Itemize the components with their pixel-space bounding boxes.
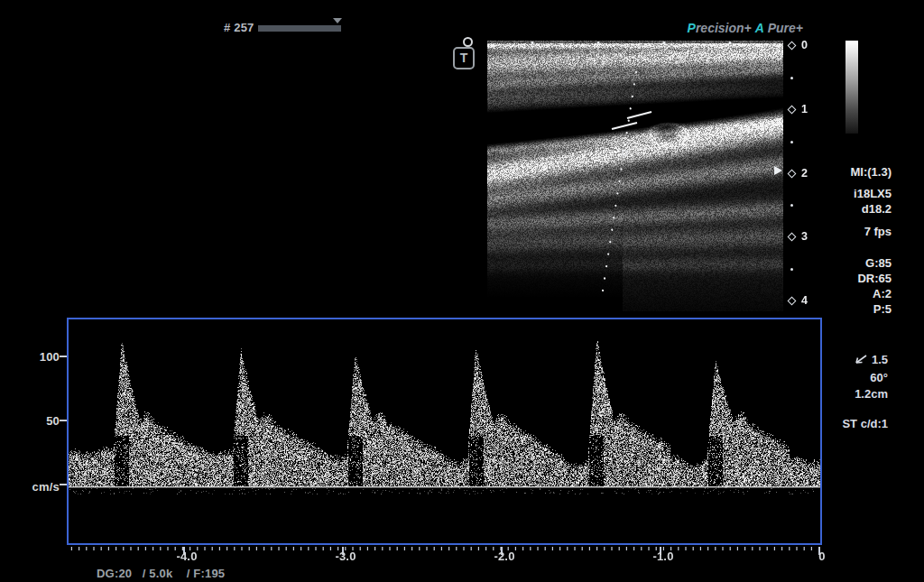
depth-value: d18.2 xyxy=(851,202,892,217)
scale-value: 1.5 xyxy=(872,353,888,366)
scrubber-handle-icon[interactable] xyxy=(333,18,342,23)
dynamic-range-value: DR:65 xyxy=(857,271,892,286)
depth-label-2: 2 xyxy=(801,167,819,180)
grayscale-bar xyxy=(845,41,858,134)
a-value: A:2 xyxy=(857,286,892,301)
lateral-scale-dot xyxy=(663,42,666,44)
doppler-cursor-line[interactable] xyxy=(601,48,640,302)
logo-a-accent: A xyxy=(755,21,764,35)
velocity-tick xyxy=(60,420,67,421)
image-info-block: MI:(1.3) i18LX5 d18.2 7 fps xyxy=(851,165,892,239)
depth-halfmark-dot xyxy=(790,268,793,271)
depth-label-1: 1 xyxy=(801,103,819,115)
depth-mark-icon xyxy=(788,233,797,242)
depth-label-0: 0 xyxy=(801,39,819,51)
velocity-tick xyxy=(60,484,67,485)
logo-precision-plus: + xyxy=(744,21,752,35)
depth-label-3: 3 xyxy=(801,230,819,243)
focus-marker-icon[interactable] xyxy=(774,166,782,175)
xlabel-m3: -3.0 xyxy=(319,550,373,563)
depth-halfmark-dot xyxy=(790,77,793,79)
mi-value: MI:(1.3) xyxy=(851,165,892,180)
sample-gate-upper[interactable] xyxy=(627,112,651,118)
p-value: P:5 xyxy=(857,301,892,317)
depth-mark-icon xyxy=(788,170,797,179)
xlabel-m2: -2.0 xyxy=(477,550,531,563)
doppler-params-block: 1.5 60° 1.2cm xyxy=(854,352,888,402)
brand-logo: Precision+ A Pure+ xyxy=(688,21,803,35)
xlabel-m4: -4.0 xyxy=(160,550,214,563)
lateral-scale-dot xyxy=(729,42,732,44)
sample-gate-lower[interactable] xyxy=(612,123,637,129)
logo-pure-plus: + xyxy=(796,21,803,35)
depth-mark-icon xyxy=(788,297,797,306)
lateral-scale-dot xyxy=(531,42,534,44)
lateral-scale-dot xyxy=(597,42,600,44)
cine-scrubber[interactable] xyxy=(258,25,341,32)
xlabel-0: 0 xyxy=(795,550,849,563)
depth-halfmark-dot xyxy=(790,141,793,143)
st-setting: ST c/d:1 xyxy=(842,417,888,430)
logo-precision-accent: P xyxy=(688,21,696,35)
gate-size-value: 1.2cm xyxy=(854,386,888,402)
angle-correct-icon xyxy=(854,354,868,370)
depth-mark-icon xyxy=(788,106,797,115)
angle-value: 60° xyxy=(854,370,888,386)
logo-precision-rest: recision xyxy=(696,21,744,35)
depth-halfmark-dot xyxy=(790,204,793,207)
velocity-tick xyxy=(60,356,67,357)
xlabel-m1: -1.0 xyxy=(636,550,690,563)
probe-orientation-dot-icon xyxy=(463,37,473,47)
spectral-trace xyxy=(69,319,820,543)
ylabel-50: 50 xyxy=(4,414,60,428)
image-settings-block: G:85 DR:65 A:2 P:5 xyxy=(857,255,892,317)
ylabel-100: 100 xyxy=(4,350,60,364)
doppler-cursor-overlay[interactable] xyxy=(487,41,783,311)
gain-value: G:85 xyxy=(857,255,892,271)
spectral-display-box xyxy=(67,318,822,545)
depth-mark-icon xyxy=(788,42,797,51)
probe-mark-icon: T xyxy=(453,47,475,69)
depth-label-4: 4 xyxy=(801,294,819,307)
logo-pure: Pure xyxy=(768,21,796,35)
transducer-name: i18LX5 xyxy=(851,187,892,201)
frame-rate: 7 fps xyxy=(851,225,892,239)
status-bar-text: DG:20 / 5.0k / F:195 xyxy=(97,567,225,580)
gate-square-marker[interactable] xyxy=(623,151,627,155)
frame-counter: # 257 xyxy=(224,21,254,34)
ylabel-unit: cm/s xyxy=(4,480,60,494)
ultrasound-screen: # 257 Precision+ A Pure+ T 0 1 2 3 4 MI:… xyxy=(0,0,924,582)
